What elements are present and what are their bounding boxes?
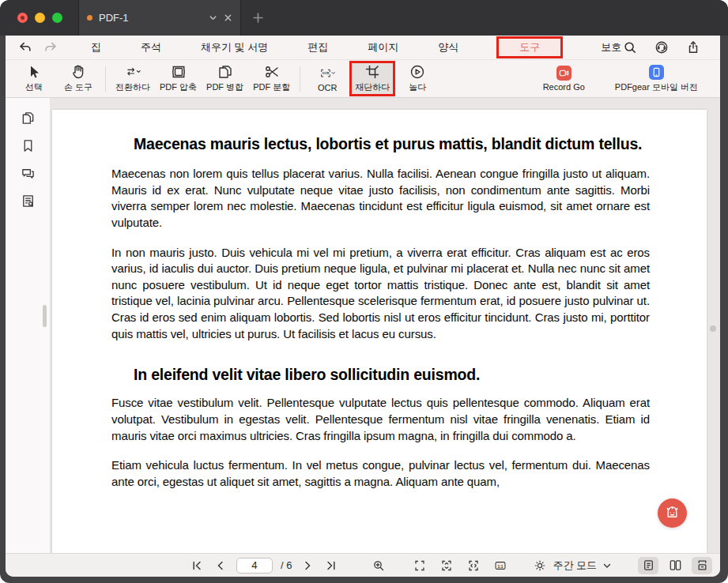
play-tool-button[interactable]: 놀다 [395, 62, 439, 95]
select-tool-button[interactable]: 선택 [12, 62, 56, 95]
zoom-in-icon[interactable] [371, 558, 387, 574]
menubar-right-icons [623, 40, 720, 55]
menu-item-tools[interactable]: 도구 [496, 36, 563, 58]
tool-label: 전환하다 [115, 81, 150, 93]
document-paragraph-1: Maecenas non lorem quis tellus placerat … [111, 166, 650, 231]
new-tab-button[interactable] [241, 0, 275, 36]
document-tab[interactable]: PDF-1 [78, 0, 241, 36]
crop-tool-button[interactable]: 재단하다 [349, 61, 395, 96]
document-area: Maecenas mauris lectus, lobortis et puru… [51, 98, 720, 553]
pdf-split-button[interactable]: PDF 분할 [248, 62, 295, 95]
hand-tool-button[interactable]: 손 도구 [56, 62, 100, 95]
pdfgear-mobile-button[interactable]: PDFgear 모바일 버전 [610, 63, 703, 95]
tool-label: 손 도구 [64, 81, 92, 93]
fit-controls: 1:1 [412, 558, 508, 574]
document-paragraph-2: In non mauris justo. Duis vehicula mi ve… [111, 245, 650, 343]
page-navigation: / 6 [189, 558, 339, 574]
search-icon[interactable] [623, 40, 637, 55]
main-area: Maecenas mauris lectus, lobortis et puru… [6, 98, 720, 553]
last-page-icon[interactable] [323, 558, 339, 574]
tool-label: PDF 압축 [160, 81, 197, 93]
comments-icon[interactable] [21, 166, 36, 181]
record-go-icon [556, 66, 571, 81]
vertical-scrollbar-thumb[interactable] [710, 325, 716, 332]
menu-item-page[interactable]: 페이지 [366, 37, 400, 58]
support-icon[interactable] [654, 40, 669, 55]
actual-size-icon[interactable]: 1:1 [492, 558, 508, 574]
menu-bar: 집 주석 채우기 및 서명 편집 페이지 양식 도구 보호 [6, 36, 720, 60]
pdfgear-mobile-label: PDFgear 모바일 버전 [615, 81, 698, 93]
menu-item-annotate[interactable]: 주석 [139, 37, 163, 58]
undo-icon[interactable] [18, 40, 32, 55]
compress-icon [171, 64, 187, 80]
document-heading-2: In eleifend velit vitae libero sollicitu… [111, 363, 650, 386]
page-total-label: / 6 [281, 559, 292, 571]
toolbar-divider [105, 66, 106, 92]
menu-item-home[interactable]: 집 [89, 37, 103, 58]
view-mode-buttons [638, 557, 712, 574]
record-go-label: Record Go [543, 82, 585, 92]
tool-label: PDF 병합 [206, 81, 243, 93]
crop-icon [364, 64, 380, 80]
robot-icon [664, 505, 681, 521]
minimize-window-button[interactable] [35, 13, 45, 23]
scissors-icon [264, 64, 280, 80]
svg-text:1:1: 1:1 [498, 564, 504, 568]
ocr-icon: OCR [319, 66, 335, 81]
tool-label: PDF 분할 [253, 81, 290, 93]
document-paragraph-3: Fusce vitae vestibulum velit. Pellentesq… [111, 395, 650, 444]
merge-pages-icon [217, 64, 233, 80]
menu-item-edit[interactable]: 편집 [306, 37, 330, 58]
record-go-button[interactable]: Record Go [538, 64, 590, 93]
two-page-view-button[interactable] [665, 557, 685, 574]
single-page-view-button[interactable] [638, 557, 658, 574]
close-window-button[interactable] [17, 13, 28, 23]
menu-items: 집 주석 채우기 및 서명 편집 페이지 양식 도구 보호 [89, 36, 623, 58]
unsaved-dot-icon [87, 15, 92, 21]
tools-toolbar: 선택 손 도구 전환하다 PDF 압축 [6, 60, 720, 98]
display-mode-dropdown[interactable]: 주간 모드 [532, 558, 613, 574]
next-page-icon[interactable] [300, 558, 315, 574]
previous-page-icon[interactable] [213, 558, 228, 574]
share-icon[interactable] [686, 40, 700, 55]
mobile-phone-icon [649, 65, 664, 80]
app-window: PDF-1 집 주석 채우기 및 서명 편집 [0, 0, 728, 583]
tab-bar: PDF-1 [0, 0, 728, 36]
pdf-merge-button[interactable]: PDF 병합 [202, 62, 248, 95]
toolbar-divider [300, 66, 300, 92]
convert-tool-button[interactable]: 전환하다 [111, 62, 155, 95]
tool-label: 놀다 [409, 81, 426, 93]
continuous-scroll-view-button[interactable] [692, 557, 712, 574]
page-thumbnails-icon[interactable] [21, 111, 36, 126]
pdf-page[interactable]: Maecenas mauris lectus, lobortis et puru… [52, 110, 707, 553]
first-page-icon[interactable] [189, 558, 205, 574]
signatures-icon[interactable] [21, 194, 36, 209]
ai-assistant-button[interactable] [658, 498, 687, 528]
toolbar-right: Record Go PDFgear 모바일 버전 [538, 63, 714, 95]
traffic-lights [0, 0, 78, 36]
tab-chevron-down-icon[interactable] [209, 13, 217, 22]
page-number-input[interactable] [236, 558, 273, 574]
play-circle-icon [409, 64, 425, 80]
mode-chevron-down-icon [602, 558, 613, 574]
redo-icon[interactable] [43, 40, 58, 55]
bookmarks-icon[interactable] [21, 138, 36, 153]
display-mode-label: 주간 모드 [553, 559, 597, 573]
tool-label: OCR [318, 83, 337, 92]
zoom-window-button[interactable] [52, 13, 62, 23]
cursor-icon [26, 64, 42, 80]
left-sidebar [6, 98, 51, 553]
panel-resize-handle[interactable] [43, 305, 47, 327]
collapse-toolbar-chevron-icon[interactable] [718, 40, 720, 55]
menu-item-form[interactable]: 양식 [436, 37, 460, 58]
fit-height-icon[interactable] [439, 558, 455, 574]
svg-text:OCR: OCR [323, 71, 330, 75]
fit-width-icon[interactable] [466, 558, 481, 574]
ocr-tool-button[interactable]: OCR OCR [305, 64, 349, 94]
fit-page-icon[interactable] [412, 558, 428, 574]
menu-item-fill-sign[interactable]: 채우기 및 서명 [199, 37, 270, 58]
tool-label: 재단하다 [355, 81, 390, 93]
menu-item-protect[interactable]: 보호 [599, 37, 623, 58]
tab-close-icon[interactable] [224, 13, 232, 22]
pdf-compress-button[interactable]: PDF 압축 [155, 62, 202, 95]
